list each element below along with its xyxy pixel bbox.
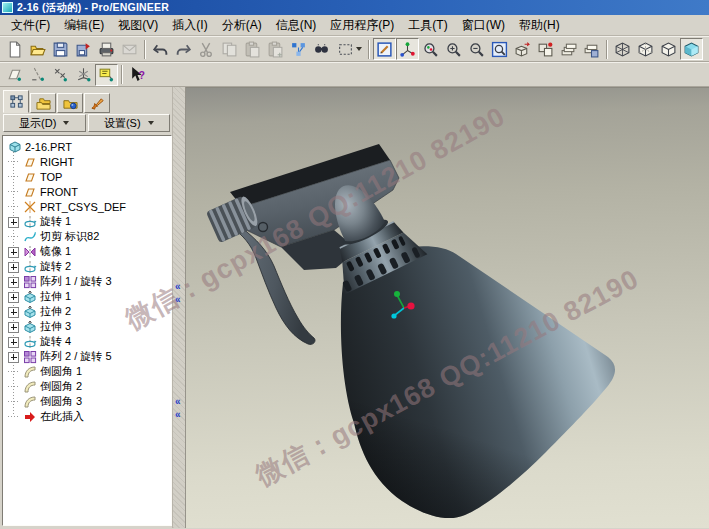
collapse-chevron-icon[interactable]: «	[175, 410, 181, 420]
panel-splitter[interactable]: « « « «	[172, 87, 186, 528]
redo-button[interactable]	[172, 38, 195, 60]
tree-item-part[interactable]: 2-16.PRT	[5, 139, 171, 154]
menu-applications[interactable]: 应用程序(P)	[323, 15, 401, 36]
repaint-button[interactable]	[373, 38, 396, 60]
tree-item-csys[interactable]: PRT_CSYS_DEF	[7, 199, 171, 214]
collapse-chevron-icon[interactable]: «	[175, 295, 181, 305]
tree-item-right[interactable]: RIGHT	[7, 154, 171, 169]
datum-csys-toggle[interactable]	[72, 64, 95, 86]
menu-insert[interactable]: 插入(I)	[165, 15, 214, 36]
collapse-chevron-icon[interactable]: «	[175, 282, 181, 292]
datum-point-icon	[52, 66, 69, 83]
tree-item-revolve-1[interactable]: 旋转 1	[7, 214, 171, 229]
hidden-line-button[interactable]	[634, 38, 657, 60]
shaded-button[interactable]	[680, 38, 703, 60]
undo-icon	[152, 41, 169, 58]
new-file-button[interactable]	[3, 38, 26, 60]
save-icon	[52, 41, 69, 58]
tree-item-round-2[interactable]: 倒圆角 2	[7, 379, 171, 394]
expand-box[interactable]	[7, 319, 20, 334]
context-help-button[interactable]	[126, 64, 149, 86]
menu-view[interactable]: 视图(V)	[111, 15, 165, 36]
tab-favorites[interactable]	[57, 93, 83, 113]
regenerate-button[interactable]	[287, 38, 310, 60]
title-bar: 2-16 (活动的) - Pro/ENGINEER	[0, 0, 709, 15]
regenerate-icon	[290, 41, 307, 58]
menu-info[interactable]: 信息(N)	[269, 15, 324, 36]
zoom-out-button[interactable]	[465, 38, 488, 60]
tree-item-revolve-4[interactable]: 旋转 4	[7, 334, 171, 349]
spray-bottle-model[interactable]	[186, 88, 709, 528]
chevron-down-icon	[63, 121, 69, 125]
expand-box[interactable]	[7, 274, 20, 289]
layer-settings-button[interactable]	[580, 38, 603, 60]
tree-item-top[interactable]: TOP	[7, 169, 171, 184]
expand-box[interactable]	[7, 259, 20, 274]
view-manager-icon	[537, 41, 554, 58]
datum-points-toggle[interactable]	[49, 64, 72, 86]
refit-button[interactable]	[488, 38, 511, 60]
layers-button[interactable]	[557, 38, 580, 60]
datum-planes-toggle[interactable]	[3, 64, 26, 86]
save-backup-button[interactable]	[72, 38, 95, 60]
collapse-chevron-icon[interactable]: «	[175, 397, 181, 407]
tree-item-pattern-1[interactable]: 阵列 1 / 旋转 3	[7, 274, 171, 289]
expand-box[interactable]	[7, 304, 20, 319]
view-manager-button[interactable]	[534, 38, 557, 60]
orient-mode-button[interactable]	[419, 38, 442, 60]
wireframe-button[interactable]	[611, 38, 634, 60]
zoom-in-button[interactable]	[442, 38, 465, 60]
annotations-toggle[interactable]	[95, 64, 118, 86]
print-button[interactable]	[95, 38, 118, 60]
copy-button	[218, 38, 241, 60]
tab-folder-browser[interactable]	[30, 93, 56, 113]
model-tree-icon	[9, 94, 24, 109]
expand-box[interactable]	[7, 244, 20, 259]
menu-help[interactable]: 帮助(H)	[512, 15, 567, 36]
open-folder-icon	[29, 41, 46, 58]
menu-file[interactable]: 文件(F)	[4, 15, 57, 36]
annotation-icon	[98, 66, 115, 83]
datum-axes-toggle[interactable]	[26, 64, 49, 86]
expand-box[interactable]	[7, 334, 20, 349]
menu-edit[interactable]: 编辑(E)	[57, 15, 111, 36]
expand-box[interactable]	[7, 214, 20, 229]
tree-item-pattern-2[interactable]: 阵列 2 / 旋转 5	[7, 349, 171, 364]
extrude-icon	[23, 305, 37, 319]
extrude-icon	[23, 290, 37, 304]
trigger-pivot-hole	[259, 223, 268, 232]
menu-bar: 文件(F) 编辑(E) 视图(V) 插入(I) 分析(A) 信息(N) 应用程序…	[0, 15, 709, 36]
expand-box[interactable]	[7, 349, 20, 364]
saved-views-button[interactable]	[511, 38, 534, 60]
tree-item-round-3[interactable]: 倒圆角 3	[7, 394, 171, 409]
find-button[interactable]	[310, 38, 333, 60]
tree-item-cut-id82[interactable]: 切剪 标识82	[7, 229, 171, 244]
tree-item-extrude-2[interactable]: 拉伸 2	[7, 304, 171, 319]
spin-center-button[interactable]	[396, 38, 419, 60]
menu-window[interactable]: 窗口(W)	[455, 15, 512, 36]
menu-tools[interactable]: 工具(T)	[401, 15, 454, 36]
tree-item-extrude-3[interactable]: 拉伸 3	[7, 319, 171, 334]
expand-box[interactable]	[7, 289, 20, 304]
tree-item-round-1[interactable]: 倒圆角 1	[7, 364, 171, 379]
datum-csys-icon	[75, 66, 92, 83]
tab-model-tree[interactable]	[3, 90, 29, 113]
no-hidden-button[interactable]	[657, 38, 680, 60]
tree-item-front[interactable]: FRONT	[7, 184, 171, 199]
tab-connections[interactable]	[84, 93, 110, 113]
tree-item-extrude-1[interactable]: 拉伸 1	[7, 289, 171, 304]
settings-menu-button[interactable]: 设置(S)	[88, 114, 171, 132]
undo-button[interactable]	[149, 38, 172, 60]
tree-item-revolve-2[interactable]: 旋转 2	[7, 259, 171, 274]
toolbar-separator	[144, 40, 146, 59]
tree-item-mirror-1[interactable]: 镜像 1	[7, 244, 171, 259]
toolbar-separator	[606, 40, 608, 59]
tree-item-insert-here[interactable]: 在此插入	[7, 409, 171, 424]
menu-analysis[interactable]: 分析(A)	[215, 15, 269, 36]
shaded-cube-icon	[683, 41, 700, 58]
open-button[interactable]	[26, 38, 49, 60]
graphics-viewport[interactable]	[186, 87, 709, 528]
show-menu-button[interactable]: 显示(D)	[3, 114, 86, 132]
save-button[interactable]	[49, 38, 72, 60]
selection-filter-button[interactable]	[333, 38, 365, 60]
